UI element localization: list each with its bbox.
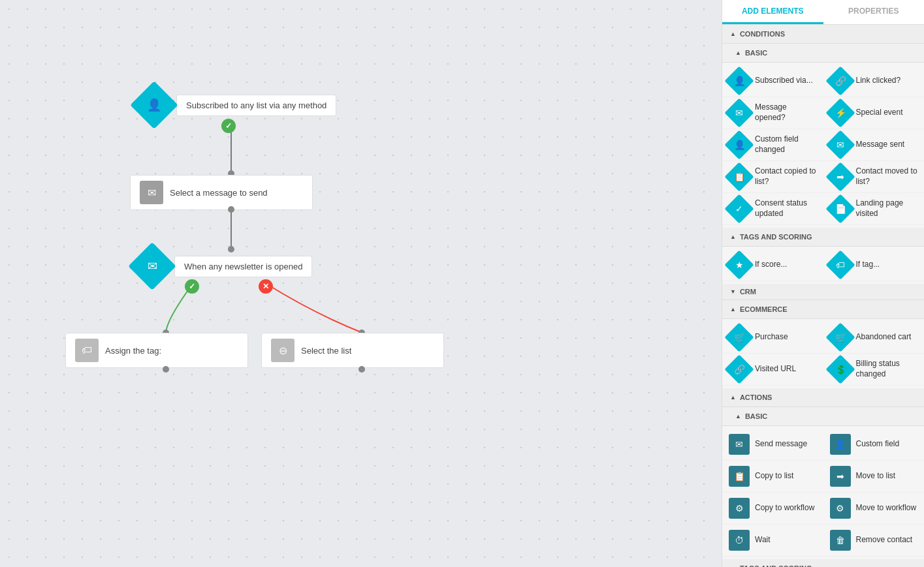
copy-to-list-icon: 📋 xyxy=(729,466,750,487)
conditions-label: CONDITIONS xyxy=(740,30,785,38)
select-list-node[interactable]: ⊖ Select the list xyxy=(261,333,444,368)
ecommerce-header[interactable]: ECOMMERCE xyxy=(722,300,924,319)
connector-dot-7 xyxy=(358,366,365,373)
purchase-label: Purchase xyxy=(755,332,788,343)
subscribed-diamond: 👤 xyxy=(130,81,178,129)
contact-copied-label: Contact copied to list? xyxy=(755,166,817,187)
tab-properties[interactable]: PROPERTIES xyxy=(823,0,925,24)
subscribed-via-label: Subscribed via... xyxy=(755,76,813,86)
actions-tags-scoring-header[interactable]: TAGS AND SCORING xyxy=(722,559,924,567)
element-copy-to-list[interactable]: 📋 Copy to list xyxy=(722,461,823,493)
element-link-clicked[interactable]: 🔗 Link clicked? xyxy=(823,65,925,97)
subscribed-label: Subscribed to any list via any method xyxy=(176,95,336,116)
tag-icon: 🏷 xyxy=(75,339,99,362)
newsletter-node[interactable]: ✉ When any newsletter is opened xyxy=(135,249,312,283)
send-message-action-label: Send message xyxy=(755,439,807,450)
message-opened-icon: ✉ xyxy=(735,108,743,118)
consent-status-label: Consent status updated xyxy=(755,198,817,219)
tab-add-elements[interactable]: ADD ELEMENTS xyxy=(722,0,823,24)
element-contact-moved[interactable]: ➡ Contact moved to list? xyxy=(823,161,925,193)
actions-tags-scoring-label: TAGS AND SCORING xyxy=(740,564,812,567)
newsletter-diamond: ✉ xyxy=(128,242,176,290)
abandoned-cart-icon: 🛒 xyxy=(835,332,846,343)
if-score-icon: ★ xyxy=(735,260,744,270)
element-custom-field[interactable]: 👤 Custom field xyxy=(823,429,925,461)
actions-basic-header[interactable]: BASIC xyxy=(722,407,924,426)
connector-dot-6 xyxy=(163,366,169,373)
abandoned-cart-label: Abandoned cart xyxy=(856,332,912,343)
actions-basic-arrow xyxy=(735,413,741,420)
select-list-label: Select the list xyxy=(301,346,351,356)
landing-page-label: Landing page visited xyxy=(856,198,918,219)
element-subscribed-via[interactable]: 👤 Subscribed via... xyxy=(722,65,823,97)
element-billing-status[interactable]: 💲 Billing status changed xyxy=(823,354,925,386)
visited-url-label: Visited URL xyxy=(755,364,796,375)
assign-tag-node[interactable]: 🏷 Assign the tag: xyxy=(65,333,248,368)
element-custom-field-changed[interactable]: 👤 Custom field changed xyxy=(722,129,823,161)
no-badge: ✕ xyxy=(259,279,273,294)
wait-icon: ⏱ xyxy=(729,530,750,551)
consent-status-icon: ✓ xyxy=(735,204,743,214)
element-move-to-list[interactable]: ➡ Move to list xyxy=(823,461,925,493)
yes-badge: ✓ xyxy=(185,279,199,294)
actions-basic-label: BASIC xyxy=(745,412,767,420)
subscribed-node[interactable]: 👤 Subscribed to any list via any method xyxy=(137,88,336,122)
if-score-label: If score... xyxy=(755,260,787,270)
basic-conditions-header[interactable]: BASIC xyxy=(722,44,924,63)
actions-grid: ✉ Send message 👤 Custom field 📋 Copy to … xyxy=(722,426,924,559)
ecommerce-arrow xyxy=(730,306,736,313)
actions-header[interactable]: ACTIONS xyxy=(722,388,924,407)
element-remove-contact[interactable]: 🗑 Remove contact xyxy=(823,525,925,557)
envelope2-icon: ✉ xyxy=(148,259,157,273)
send-message-node[interactable]: ✉ Select a message to send xyxy=(130,175,313,210)
if-tag-label: If tag... xyxy=(856,260,880,270)
purchase-icon: 🛒 xyxy=(734,332,745,343)
wait-label: Wait xyxy=(755,535,771,545)
user-icon: 👤 xyxy=(147,98,161,112)
copy-to-workflow-label: Copy to workflow xyxy=(755,503,814,513)
element-if-tag[interactable]: 🏷 If tag... xyxy=(823,249,925,281)
element-landing-page[interactable]: 📄 Landing page visited xyxy=(823,193,925,225)
custom-field-changed-label: Custom field changed xyxy=(755,134,817,155)
billing-status-icon: 💲 xyxy=(835,364,846,375)
copy-to-list-label: Copy to list xyxy=(755,471,793,482)
connector-dot-2 xyxy=(228,206,234,213)
visited-url-icon: 🔗 xyxy=(734,364,745,375)
remove-contact-icon: 🗑 xyxy=(830,530,851,551)
if-tag-icon: 🏷 xyxy=(836,260,845,270)
link-clicked-icon: 🔗 xyxy=(835,76,846,86)
special-event-icon: ⚡ xyxy=(835,108,846,118)
workflow-canvas[interactable]: 👤 Subscribed to any list via any method … xyxy=(0,0,722,567)
landing-page-icon: 📄 xyxy=(835,204,846,214)
element-visited-url[interactable]: 🔗 Visited URL xyxy=(722,354,823,386)
billing-status-label: Billing status changed xyxy=(856,359,918,379)
element-message-sent[interactable]: ✉ Message sent xyxy=(823,129,925,161)
element-special-event[interactable]: ⚡ Special event xyxy=(823,97,925,129)
element-abandoned-cart[interactable]: 🛒 Abandoned cart xyxy=(823,322,925,354)
tags-scoring-header[interactable]: TAGS AND SCORING xyxy=(722,228,924,247)
contact-copied-icon: 📋 xyxy=(734,172,745,182)
actions-label: ACTIONS xyxy=(740,393,773,401)
element-move-to-workflow[interactable]: ⚙ Move to workflow xyxy=(823,493,925,525)
element-copy-to-workflow[interactable]: ⚙ Copy to workflow xyxy=(722,493,823,525)
special-event-label: Special event xyxy=(856,108,903,118)
element-contact-copied[interactable]: 📋 Contact copied to list? xyxy=(722,161,823,193)
subscribed-via-icon: 👤 xyxy=(734,76,745,86)
element-consent-status[interactable]: ✓ Consent status updated xyxy=(722,193,823,225)
conditions-header[interactable]: CONDITIONS xyxy=(722,25,924,44)
assign-tag-label: Assign the tag: xyxy=(105,346,161,356)
connector-lines xyxy=(0,0,722,567)
remove-contact-label: Remove contact xyxy=(856,535,913,545)
crm-header[interactable]: ▼ CRM xyxy=(722,284,924,300)
element-wait[interactable]: ⏱ Wait xyxy=(722,525,823,557)
list-icon: ⊖ xyxy=(271,339,295,362)
element-purchase[interactable]: 🛒 Purchase xyxy=(722,322,823,354)
copy-to-workflow-icon: ⚙ xyxy=(729,498,750,519)
basic-conditions-grid: 👤 Subscribed via... 🔗 Link clicked? ✉ Me… xyxy=(722,63,924,228)
element-send-message[interactable]: ✉ Send message xyxy=(722,429,823,461)
tags-scoring-label: TAGS AND SCORING xyxy=(740,233,812,241)
element-if-score[interactable]: ★ If score... xyxy=(722,249,823,281)
element-message-opened[interactable]: ✉ Message opened? xyxy=(722,97,823,129)
crm-label: CRM xyxy=(740,288,756,296)
custom-field-changed-icon: 👤 xyxy=(734,140,745,150)
